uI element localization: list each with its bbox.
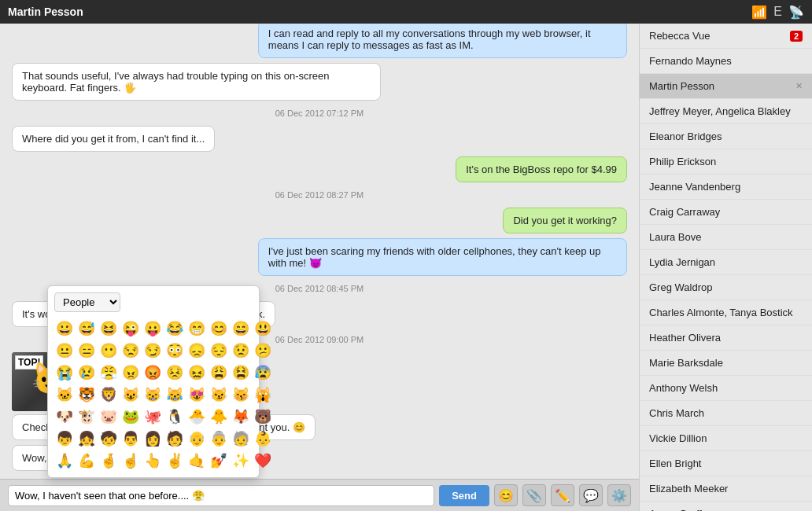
emoji-item[interactable]: 🐯 — [76, 384, 97, 405]
emoji-item[interactable]: 😏 — [142, 340, 163, 361]
emoji-item[interactable]: 🧒 — [98, 428, 119, 449]
emoji-item[interactable]: 😢 — [76, 362, 97, 383]
contact-item[interactable]: Marie Barksdale — [640, 351, 812, 376]
contact-item[interactable]: Philip Erickson — [640, 149, 812, 175]
emoji-item[interactable]: 😽 — [231, 384, 251, 405]
emoji-item[interactable]: 😔 — [209, 340, 229, 361]
emoji-item[interactable]: 👴 — [186, 428, 207, 449]
emoji-item[interactable]: ✌️ — [164, 450, 185, 471]
emoji-item[interactable]: ❤️ — [253, 450, 273, 471]
contact-item[interactable]: Aaron Graff — [640, 502, 812, 511]
contact-item[interactable]: Craig Carraway — [640, 200, 812, 225]
emoji-item[interactable]: 🐧 — [164, 406, 185, 427]
emoji-item[interactable]: 😸 — [142, 384, 163, 405]
emoji-picker-header: People Nature Food Activity Travel Objec… — [54, 292, 253, 312]
chat-bubble-button[interactable]: 💬 — [579, 484, 603, 506]
emoji-item[interactable]: 😁 — [186, 318, 207, 339]
emoji-item[interactable]: 🐣 — [186, 406, 207, 427]
emoji-item[interactable]: 😜 — [120, 318, 141, 339]
emoji-item[interactable]: 😩 — [209, 362, 229, 383]
emoji-button[interactable]: 😊 — [494, 484, 518, 506]
emoji-item[interactable]: 😺 — [120, 384, 141, 405]
emoji-item[interactable]: 👧 — [76, 428, 97, 449]
contact-item[interactable]: Charles Almonte, Tanya Bostick — [640, 300, 812, 325]
emoji-item[interactable]: 👶 — [253, 428, 273, 449]
emoji-item[interactable]: 😑 — [76, 340, 97, 361]
emoji-item[interactable]: 🤙 — [186, 450, 207, 471]
contact-item[interactable]: Martin Pesson✕ — [640, 74, 812, 99]
contact-item[interactable]: Fernando Maynes — [640, 49, 812, 74]
emoji-item[interactable]: 🤞 — [98, 450, 119, 471]
emoji-item[interactable]: 👦 — [54, 428, 75, 449]
contact-item[interactable]: Eleanor Bridges — [640, 124, 812, 149]
emoji-item[interactable]: 🐷 — [98, 406, 119, 427]
emoji-item[interactable]: 😆 — [98, 318, 119, 339]
emoji-item[interactable]: 😤 — [98, 362, 119, 383]
emoji-item[interactable]: 🐶 — [54, 406, 75, 427]
contact-item[interactable]: Jeanne Vandenberg — [640, 175, 812, 200]
contact-item[interactable]: Chris March — [640, 401, 812, 426]
contact-item[interactable]: Rebecca Vue2 — [640, 24, 812, 49]
emoji-item[interactable]: 😕 — [253, 340, 273, 361]
emoji-item[interactable]: 🧓 — [231, 428, 251, 449]
contact-item[interactable]: Heather Olivera — [640, 325, 812, 351]
send-button[interactable]: Send — [439, 485, 489, 506]
contact-item[interactable]: Laura Bove — [640, 225, 812, 250]
emoji-item[interactable]: 😻 — [186, 384, 207, 405]
emoji-item[interactable]: 😫 — [231, 362, 251, 383]
emoji-item[interactable]: 😟 — [231, 340, 251, 361]
emoji-item[interactable]: 🐙 — [142, 406, 163, 427]
emoji-item[interactable]: ✨ — [231, 450, 251, 471]
emoji-item[interactable]: 👆 — [142, 450, 163, 471]
emoji-item[interactable]: 😒 — [120, 340, 141, 361]
contact-item[interactable]: Jeffrey Meyer, Angelica Blakley — [640, 99, 812, 124]
emoji-item[interactable]: 🦁 — [98, 384, 119, 405]
emoji-item[interactable]: 🧑 — [164, 428, 185, 449]
chat-input[interactable] — [8, 485, 434, 506]
emoji-item[interactable]: 👨 — [120, 428, 141, 449]
emoji-item[interactable]: 😃 — [253, 318, 273, 339]
emoji-item[interactable]: 😞 — [186, 340, 207, 361]
emoji-item[interactable]: 🐥 — [209, 406, 229, 427]
close-chat-icon[interactable]: ✕ — [795, 81, 803, 91]
emoji-item[interactable]: 🙀 — [253, 384, 273, 405]
contact-item[interactable]: Vickie Dillion — [640, 426, 812, 451]
emoji-item[interactable]: 💅 — [209, 450, 229, 471]
emoji-category-select[interactable]: People Nature Food Activity Travel Objec… — [54, 292, 120, 312]
emoji-item[interactable]: 🐱 — [54, 384, 75, 405]
contact-item[interactable]: Greg Waldrop — [640, 275, 812, 300]
emoji-item[interactable]: ☝️ — [120, 450, 141, 471]
emoji-item[interactable]: 😖 — [186, 362, 207, 383]
emoji-item[interactable]: 👵 — [209, 428, 229, 449]
emoji-item[interactable]: 🐻 — [253, 406, 273, 427]
emoji-item[interactable]: 😅 — [76, 318, 97, 339]
emoji-item[interactable]: 😡 — [142, 362, 163, 383]
contact-item[interactable]: Anthony Welsh — [640, 376, 812, 401]
emoji-item[interactable]: 😄 — [231, 318, 251, 339]
emoji-item[interactable]: 😣 — [164, 362, 185, 383]
emoji-item[interactable]: 🐮 — [76, 406, 97, 427]
emoji-item[interactable]: 😹 — [164, 384, 185, 405]
attachment-button[interactable]: 📎 — [522, 484, 546, 506]
emoji-item[interactable]: 🦊 — [231, 406, 251, 427]
contact-item[interactable]: Lydia Jernigan — [640, 250, 812, 275]
emoji-item[interactable]: 😳 — [164, 340, 185, 361]
emoji-item[interactable]: 😐 — [54, 340, 75, 361]
emoji-item[interactable]: 👩 — [142, 428, 163, 449]
emoji-item[interactable]: 😀 — [54, 318, 75, 339]
emoji-item[interactable]: 😭 — [54, 362, 75, 383]
contact-item[interactable]: Ellen Bright — [640, 451, 812, 476]
emoji-item[interactable]: 😰 — [253, 362, 273, 383]
emoji-item[interactable]: 😂 — [164, 318, 185, 339]
settings-button[interactable]: ⚙️ — [607, 484, 631, 506]
emoji-item[interactable]: 😊 — [209, 318, 229, 339]
emoji-item[interactable]: 😼 — [209, 384, 229, 405]
emoji-item[interactable]: 🐸 — [120, 406, 141, 427]
edit-button[interactable]: ✏️ — [551, 484, 574, 506]
emoji-item[interactable]: 😛 — [142, 318, 163, 339]
emoji-item[interactable]: 😶 — [98, 340, 119, 361]
emoji-item[interactable]: 😠 — [120, 362, 141, 383]
emoji-item[interactable]: 🙏 — [54, 450, 75, 471]
contact-item[interactable]: Elizabeth Meeker — [640, 476, 812, 502]
emoji-item[interactable]: 💪 — [76, 450, 97, 471]
